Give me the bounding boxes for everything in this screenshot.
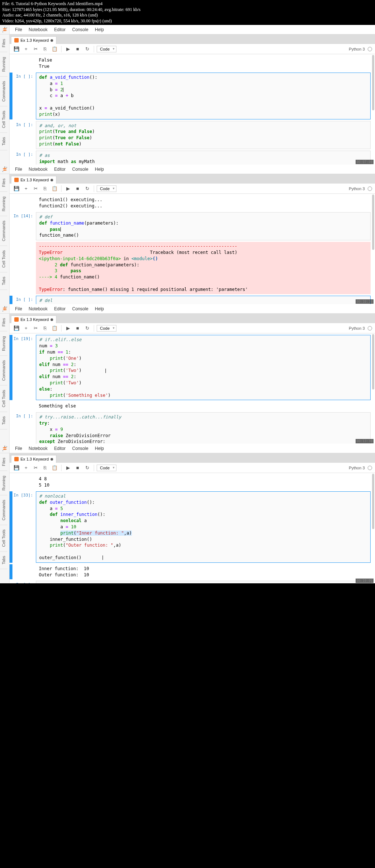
cell-content[interactable]: # as import math as myMath print(myMath.…: [36, 151, 371, 165]
run-icon[interactable]: ▶: [64, 45, 72, 53]
sidebar-tab-files[interactable]: Files: [0, 453, 7, 471]
cell-type-dropdown[interactable]: Code: [97, 185, 116, 192]
menu-notebook[interactable]: Notebook: [25, 26, 51, 33]
code-cell[interactable]: In [19]:# if..elif..else num = 3 if num …: [10, 335, 371, 400]
save-icon[interactable]: 💾: [12, 464, 21, 472]
notebook-area[interactable]: In [19]:# if..elif..else num = 3 if num …: [10, 333, 375, 444]
add-icon[interactable]: +: [22, 185, 30, 193]
menu-help[interactable]: Help: [92, 445, 107, 452]
restart-icon[interactable]: ↻: [83, 45, 91, 53]
cut-icon[interactable]: ✂: [31, 324, 40, 332]
cell-type-dropdown[interactable]: Code: [97, 46, 116, 52]
copy-icon[interactable]: ⎘: [41, 324, 49, 332]
copy-icon[interactable]: ⎘: [41, 45, 49, 53]
add-icon[interactable]: +: [22, 464, 30, 472]
stop-icon[interactable]: ■: [74, 464, 82, 472]
menu-editor[interactable]: Editor: [51, 305, 69, 313]
code-cell[interactable]: In [ ]:# pass def function(args): pass: [10, 581, 371, 583]
add-icon[interactable]: +: [22, 45, 30, 53]
cell-content[interactable]: def a_void_function(): a = 1 b = 2 c = a…: [36, 73, 371, 119]
paste-icon[interactable]: 📋: [51, 45, 59, 53]
sidebar-tab-tabs[interactable]: Tabs: [0, 133, 7, 150]
stop-icon[interactable]: ■: [74, 45, 82, 53]
sidebar-tab-running[interactable]: Running: [0, 332, 7, 356]
notebook-tab[interactable]: Ex 1.3 Keyword: [11, 455, 56, 463]
menu-console[interactable]: Console: [69, 305, 92, 313]
save-icon[interactable]: 💾: [12, 185, 21, 193]
menu-console[interactable]: Console: [69, 26, 92, 33]
cell-content[interactable]: # del a = 10 print(a) del a print(a): [36, 296, 371, 304]
sidebar-tab-celltools[interactable]: Cell Tools: [0, 106, 7, 133]
sidebar-tab-tabs[interactable]: Tabs: [0, 272, 7, 290]
stop-icon[interactable]: ■: [74, 185, 82, 193]
restart-icon[interactable]: ↻: [83, 185, 91, 193]
code-cell[interactable]: In [ ]:# try...raise...catch...finally t…: [10, 412, 371, 444]
menu-console[interactable]: Console: [69, 166, 92, 173]
cut-icon[interactable]: ✂: [31, 45, 40, 53]
sidebar-tab-running[interactable]: Running: [0, 471, 7, 495]
save-icon[interactable]: 💾: [12, 45, 21, 53]
menu-help[interactable]: Help: [92, 26, 107, 33]
cell-content[interactable]: # nonlocal def outer_function(): a = 5 d…: [36, 491, 371, 563]
paste-icon[interactable]: 📋: [51, 464, 59, 472]
sidebar-tab-commands[interactable]: Commands: [0, 216, 7, 246]
sidebar-tab-commands[interactable]: Commands: [0, 495, 7, 525]
cell-content[interactable]: # pass def function(args): pass: [36, 581, 371, 583]
menu-help[interactable]: Help: [92, 305, 107, 313]
notebook-area[interactable]: 4 8 5 10In [33]:# nonlocal def outer_fun…: [10, 473, 375, 583]
run-icon[interactable]: ▶: [64, 324, 72, 332]
sidebar-tab-files[interactable]: Files: [0, 174, 7, 192]
restart-icon[interactable]: ↻: [83, 324, 91, 332]
sidebar-tab-celltools[interactable]: Cell Tools: [0, 246, 7, 273]
paste-icon[interactable]: 📋: [51, 324, 59, 332]
cell-content[interactable]: # try...raise...catch...finally try: x =…: [36, 412, 371, 444]
menu-help[interactable]: Help: [92, 166, 107, 173]
copy-icon[interactable]: ⎘: [41, 185, 49, 193]
restart-icon[interactable]: ↻: [83, 464, 91, 472]
menu-console[interactable]: Console: [69, 445, 92, 452]
code-cell[interactable]: In [14]:# def def function_name(paramete…: [10, 212, 371, 240]
sidebar-tab-commands[interactable]: Commands: [0, 77, 7, 106]
cell-content[interactable]: # if..elif..else num = 3 if num == 1: pr…: [36, 335, 371, 400]
menu-file[interactable]: File: [12, 166, 25, 173]
code-cell[interactable]: In [ ]:def a_void_function(): a = 1 b = …: [10, 73, 371, 119]
menu-notebook[interactable]: Notebook: [25, 166, 51, 173]
notebook-area[interactable]: False TrueIn [ ]:def a_void_function(): …: [10, 54, 375, 165]
cell-type-dropdown[interactable]: Code: [97, 465, 116, 471]
code-cell[interactable]: In [ ]:# del a = 10 print(a) del a print…: [10, 296, 371, 304]
cell-type-dropdown[interactable]: Code: [97, 325, 116, 332]
notebook-area[interactable]: function1() executing... function2() exe…: [10, 194, 375, 304]
menu-file[interactable]: File: [12, 26, 25, 33]
menu-editor[interactable]: Editor: [51, 26, 69, 33]
sidebar-tab-running[interactable]: Running: [0, 192, 7, 216]
menu-editor[interactable]: Editor: [51, 445, 69, 452]
code-cell[interactable]: In [33]:# nonlocal def outer_function():…: [10, 491, 371, 563]
menu-file[interactable]: File: [12, 445, 25, 452]
sidebar-tab-tabs[interactable]: Tabs: [0, 551, 7, 569]
menu-notebook[interactable]: Notebook: [25, 445, 51, 452]
menu-editor[interactable]: Editor: [51, 166, 69, 173]
sidebar-tab-files[interactable]: Files: [0, 314, 7, 331]
cell-content[interactable]: # def def function_name(parameters): pas…: [36, 212, 371, 240]
code-cell[interactable]: In [ ]:# as import math as myMath print(…: [10, 151, 371, 165]
sidebar-tab-tabs[interactable]: Tabs: [0, 412, 7, 429]
add-icon[interactable]: +: [22, 324, 30, 332]
sidebar-tab-running[interactable]: Running: [0, 52, 7, 77]
save-icon[interactable]: 💾: [12, 324, 21, 332]
paste-icon[interactable]: 📋: [51, 185, 59, 193]
notebook-tab[interactable]: Ex 1.3 Keyword: [11, 36, 56, 44]
notebook-tab[interactable]: Ex 1.3 Keyword: [11, 176, 56, 184]
code-cell[interactable]: In [ ]:# and, or, not print(True and Fal…: [10, 121, 371, 149]
sidebar-tab-celltools[interactable]: Cell Tools: [0, 525, 7, 552]
copy-icon[interactable]: ⎘: [41, 464, 49, 472]
menu-file[interactable]: File: [12, 305, 25, 313]
cut-icon[interactable]: ✂: [31, 464, 40, 472]
sidebar-tab-celltools[interactable]: Cell Tools: [0, 385, 7, 412]
cell-content[interactable]: # and, or, not print(True and False) pri…: [36, 121, 371, 149]
menu-notebook[interactable]: Notebook: [25, 305, 51, 313]
notebook-tab[interactable]: Ex 1.3 Keyword: [11, 315, 56, 323]
sidebar-tab-commands[interactable]: Commands: [0, 356, 7, 385]
cut-icon[interactable]: ✂: [31, 185, 40, 193]
run-icon[interactable]: ▶: [64, 185, 72, 193]
stop-icon[interactable]: ■: [74, 324, 82, 332]
